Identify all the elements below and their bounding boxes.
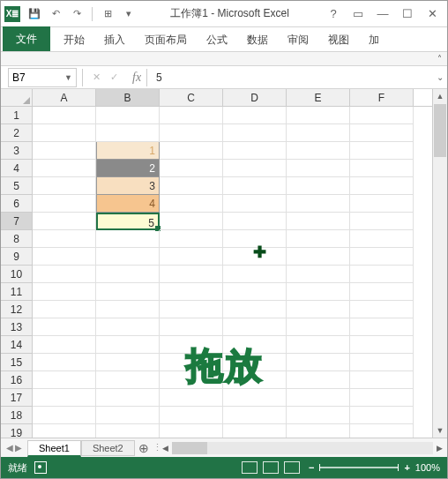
cell[interactable] xyxy=(287,424,350,438)
zoom-out-button[interactable]: − xyxy=(309,462,314,473)
cell[interactable] xyxy=(160,266,223,283)
cell[interactable] xyxy=(287,336,350,354)
touch-mode-button[interactable]: ⊞ xyxy=(99,6,116,22)
horizontal-scrollbar[interactable]: ◀ ▶ xyxy=(160,442,445,454)
add-sheet-button[interactable]: ⊕ xyxy=(135,441,153,455)
zoom-percent[interactable]: 100% xyxy=(415,462,440,473)
cell[interactable] xyxy=(96,371,160,389)
cell[interactable] xyxy=(160,142,223,160)
cell[interactable] xyxy=(33,318,96,336)
col-header-c[interactable]: C xyxy=(160,89,223,106)
help-button[interactable]: ? xyxy=(322,5,345,23)
cell[interactable] xyxy=(96,407,160,424)
cell[interactable] xyxy=(287,407,350,424)
cell[interactable]: 2 xyxy=(96,160,160,177)
cell[interactable] xyxy=(160,230,223,248)
formula-input[interactable]: 5 xyxy=(153,71,433,84)
cell[interactable] xyxy=(160,301,223,318)
cell[interactable] xyxy=(287,248,350,266)
cell[interactable] xyxy=(160,160,223,177)
cell[interactable] xyxy=(287,301,350,318)
row-header[interactable]: 7 xyxy=(1,213,33,230)
cell[interactable] xyxy=(33,336,96,354)
cell[interactable] xyxy=(160,124,223,142)
cell[interactable] xyxy=(287,213,350,230)
row-header[interactable]: 16 xyxy=(1,371,33,389)
cell[interactable] xyxy=(33,354,96,371)
cell[interactable] xyxy=(160,318,223,336)
cell[interactable] xyxy=(223,177,287,195)
enter-formula-button[interactable]: ✓ xyxy=(106,70,122,86)
sheet-tab-2[interactable]: Sheet2 xyxy=(81,440,135,456)
cell[interactable] xyxy=(350,407,414,424)
tab-view[interactable]: 视图 xyxy=(318,28,359,51)
scroll-down-icon[interactable]: ▼ xyxy=(433,423,447,438)
cell[interactable] xyxy=(160,177,223,195)
cell[interactable] xyxy=(350,230,414,248)
cell[interactable] xyxy=(350,248,414,266)
fx-icon[interactable]: fx xyxy=(132,71,141,85)
cell[interactable] xyxy=(287,389,350,407)
cell[interactable] xyxy=(96,266,160,283)
cell[interactable] xyxy=(96,318,160,336)
cell[interactable] xyxy=(33,389,96,407)
cell[interactable] xyxy=(96,107,160,124)
cell[interactable]: 4 xyxy=(96,195,160,213)
cell[interactable] xyxy=(96,301,160,318)
cell[interactable] xyxy=(160,283,223,301)
cell[interactable] xyxy=(223,283,287,301)
cell[interactable] xyxy=(160,195,223,213)
cell[interactable] xyxy=(350,336,414,354)
redo-button[interactable]: ↷ xyxy=(68,6,86,22)
cell[interactable] xyxy=(350,266,414,283)
cell[interactable] xyxy=(287,318,350,336)
cell[interactable] xyxy=(33,160,96,177)
cell[interactable] xyxy=(33,230,96,248)
row-header[interactable]: 11 xyxy=(1,283,33,301)
cell[interactable] xyxy=(287,195,350,213)
tab-data[interactable]: 数据 xyxy=(237,28,278,51)
tab-home[interactable]: 开始 xyxy=(54,28,94,51)
cell[interactable] xyxy=(33,124,96,142)
cell[interactable] xyxy=(350,318,414,336)
macro-record-icon[interactable] xyxy=(34,461,47,474)
cell[interactable] xyxy=(223,213,287,230)
vertical-scrollbar[interactable]: ▲ ▼ xyxy=(432,89,447,438)
row-header[interactable]: 13 xyxy=(1,318,33,336)
cell[interactable] xyxy=(287,124,350,142)
select-all-button[interactable] xyxy=(1,89,33,106)
maximize-button[interactable]: ☐ xyxy=(396,5,419,23)
cell[interactable] xyxy=(160,424,223,438)
tab-next-icon[interactable]: ▶ xyxy=(15,443,22,453)
name-box[interactable]: B7 ▼ xyxy=(8,68,77,87)
cell[interactable] xyxy=(287,160,350,177)
minimize-button[interactable]: — xyxy=(371,5,394,23)
row-header[interactable]: 8 xyxy=(1,230,33,248)
col-header-e[interactable]: E xyxy=(287,89,350,106)
row-header[interactable]: 17 xyxy=(1,389,33,407)
cell[interactable] xyxy=(223,301,287,318)
row-header[interactable]: 18 xyxy=(1,407,33,424)
row-header[interactable]: 6 xyxy=(1,195,33,213)
cell[interactable] xyxy=(33,142,96,160)
row-header[interactable]: 1 xyxy=(1,107,33,124)
cell[interactable] xyxy=(350,107,414,124)
qat-more-button[interactable]: ▾ xyxy=(120,6,138,22)
cell[interactable] xyxy=(223,407,287,424)
cell[interactable] xyxy=(33,424,96,438)
row-header[interactable]: 15 xyxy=(1,354,33,371)
cell[interactable] xyxy=(160,213,223,230)
cell[interactable] xyxy=(223,160,287,177)
cell[interactable]: 3 xyxy=(96,177,160,195)
row-header[interactable]: 9 xyxy=(1,248,33,266)
cell[interactable] xyxy=(33,248,96,266)
chevron-down-icon[interactable]: ▼ xyxy=(64,73,72,82)
cell[interactable] xyxy=(287,230,350,248)
save-button[interactable]: 💾 xyxy=(26,6,43,22)
cell[interactable] xyxy=(350,424,414,438)
col-header-a[interactable]: A xyxy=(33,89,96,106)
row-header[interactable]: 5 xyxy=(1,177,33,195)
cell[interactable] xyxy=(350,177,414,195)
cell[interactable] xyxy=(287,354,350,371)
col-header-d[interactable]: D xyxy=(223,89,287,106)
